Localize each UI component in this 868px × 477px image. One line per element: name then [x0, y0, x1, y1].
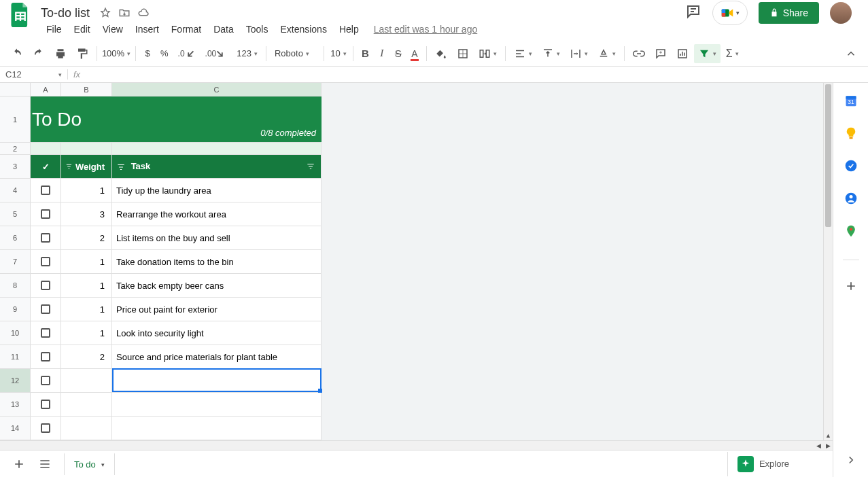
cell-task[interactable]: List items on the buy and sell [112, 226, 322, 249]
cell-weight[interactable]: 1 [61, 179, 112, 202]
insert-comment-button[interactable] [650, 44, 671, 63]
add-sheet-button[interactable] [8, 453, 30, 475]
menu-format[interactable]: Format [166, 22, 207, 37]
cell-weight[interactable]: 1 [61, 274, 112, 297]
row-header[interactable]: 10 [0, 321, 31, 344]
horizontal-align-dropdown[interactable] [510, 44, 536, 63]
row-header-3[interactable]: 3 [0, 155, 31, 178]
menu-data[interactable]: Data [208, 22, 239, 37]
header-weight[interactable]: Weight [61, 155, 112, 178]
bold-button[interactable]: B [358, 44, 373, 63]
header-task[interactable]: Task [112, 155, 322, 178]
cell-checkbox[interactable] [31, 345, 61, 368]
account-avatar[interactable] [830, 2, 852, 24]
cell-weight[interactable]: 2 [61, 345, 112, 368]
fill-color-button[interactable] [431, 44, 451, 63]
text-color-button[interactable]: A [407, 44, 422, 63]
row-header[interactable]: 8 [0, 274, 31, 297]
tasks-icon[interactable] [844, 159, 858, 175]
cell-weight[interactable] [61, 417, 112, 440]
cell-task[interactable]: Take donation items to the bin [112, 250, 322, 273]
menu-edit[interactable]: Edit [69, 22, 96, 37]
filter-icon[interactable] [116, 162, 126, 172]
cell-checkbox[interactable] [31, 274, 61, 297]
menu-help[interactable]: Help [334, 22, 364, 37]
insert-chart-button[interactable] [672, 44, 693, 63]
print-button[interactable] [50, 44, 71, 63]
cell-weight[interactable]: 1 [61, 321, 112, 344]
cell-task[interactable]: Take back empty beer cans [112, 274, 322, 297]
col-header-B[interactable]: B [61, 83, 112, 96]
horizontal-scrollbar[interactable]: ▶◀ [0, 440, 833, 450]
header-check[interactable]: ✓ [31, 155, 61, 178]
row-header[interactable]: 5 [0, 202, 31, 226]
cell-checkbox[interactable] [31, 250, 61, 273]
text-wrap-dropdown[interactable] [566, 44, 592, 63]
vertical-scrollbar[interactable]: ▲ ▼ [823, 83, 833, 450]
row-header-1[interactable]: 1 [0, 96, 31, 142]
share-button[interactable]: Share [759, 2, 819, 24]
menu-tools[interactable]: Tools [241, 22, 274, 37]
cell-task[interactable] [112, 369, 322, 392]
row-header-2[interactable]: 2 [0, 143, 31, 154]
comment-history-icon[interactable] [685, 3, 701, 22]
row-header[interactable]: 11 [0, 345, 31, 368]
borders-button[interactable] [453, 44, 473, 63]
paint-format-button[interactable] [72, 44, 92, 63]
menu-extensions[interactable]: Extensions [275, 22, 332, 37]
doc-title[interactable]: To-do list [38, 5, 92, 22]
merge-cells-dropdown[interactable] [474, 44, 501, 63]
redo-button[interactable] [29, 44, 49, 63]
cell-weight[interactable]: 3 [61, 202, 112, 226]
col-header-A[interactable]: A [31, 83, 61, 96]
cell-task[interactable]: Source and price materials for plant tab… [112, 345, 322, 368]
cell-weight[interactable] [61, 369, 112, 392]
col-header-C[interactable]: C [112, 83, 322, 96]
cell-task[interactable] [112, 417, 322, 440]
cell-checkbox[interactable] [31, 369, 61, 392]
format-percent-button[interactable]: % [156, 44, 173, 63]
cell-task[interactable]: Rearrange the workout area [112, 202, 322, 226]
all-sheets-button[interactable] [34, 453, 56, 475]
cell-task[interactable]: Look into security light [112, 321, 322, 344]
row-header[interactable]: 7 [0, 250, 31, 273]
cell-checkbox[interactable] [31, 202, 61, 226]
filter-icon[interactable] [306, 162, 315, 171]
decrease-decimal-button[interactable]: .0 [174, 44, 200, 63]
formula-bar-input[interactable] [86, 67, 868, 82]
cell-checkbox[interactable] [31, 417, 61, 440]
menu-file[interactable]: File [41, 22, 67, 37]
cell-checkbox[interactable] [31, 179, 61, 202]
italic-button[interactable]: I [375, 44, 389, 63]
keep-icon[interactable] [844, 126, 858, 143]
maps-icon[interactable] [844, 224, 858, 241]
filter-button[interactable] [694, 44, 721, 63]
calendar-icon[interactable]: 31 [844, 94, 858, 110]
cell-checkbox[interactable] [31, 226, 61, 249]
menu-view[interactable]: View [97, 22, 128, 37]
collapse-toolbar-button[interactable] [841, 44, 861, 63]
cell-checkbox[interactable] [31, 298, 61, 321]
increase-decimal-button[interactable]: .00 [201, 44, 232, 63]
cell-task[interactable] [112, 393, 322, 416]
cell-weight[interactable] [61, 393, 112, 416]
font-family-dropdown[interactable]: Roboto [271, 44, 319, 63]
menu-insert[interactable]: Insert [130, 22, 164, 37]
move-icon[interactable] [118, 7, 131, 19]
undo-button[interactable] [7, 44, 27, 63]
cell-weight[interactable]: 2 [61, 226, 112, 249]
name-box[interactable]: C12 ▾ [0, 69, 68, 80]
row-header[interactable]: 6 [0, 226, 31, 249]
zoom-dropdown[interactable]: 100% [101, 44, 131, 63]
row-header[interactable]: 9 [0, 298, 31, 321]
select-all-corner[interactable] [0, 83, 31, 96]
last-edit-link[interactable]: Last edit was 1 hour ago [374, 24, 478, 35]
cloud-status-icon[interactable] [137, 7, 150, 19]
text-rotation-dropdown[interactable] [593, 44, 620, 63]
row-header[interactable]: 12 [0, 369, 31, 392]
row-header[interactable]: 4 [0, 179, 31, 202]
cell-task[interactable]: Tidy up the laundry area [112, 179, 322, 202]
row-header[interactable]: 13 [0, 393, 31, 416]
contacts-icon[interactable] [844, 192, 858, 208]
functions-dropdown[interactable]: Σ [722, 44, 743, 63]
